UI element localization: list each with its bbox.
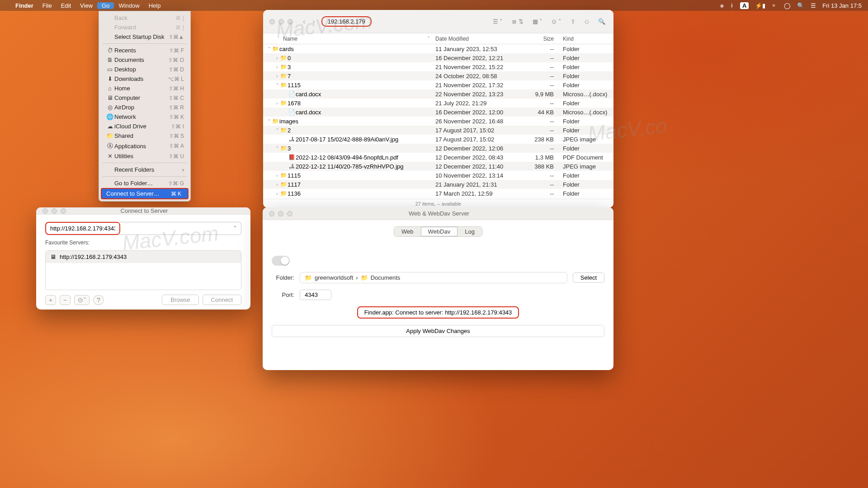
- table-row[interactable]: 🏞2022-12-12 11/40/20-785-vzRhHVPO.jpg12 …: [263, 162, 613, 171]
- column-headers[interactable]: Name˄ Date Modified Size Kind: [263, 33, 613, 44]
- view-list-icon[interactable]: ☰ ˅: [493, 18, 503, 25]
- menu-file[interactable]: File: [38, 2, 57, 9]
- zoom-button[interactable]: [287, 211, 292, 216]
- browse-button[interactable]: Browse: [162, 295, 198, 305]
- menu-extra-icon[interactable]: ⎈: [720, 2, 724, 9]
- search-icon[interactable]: 🔍: [598, 18, 605, 25]
- table-row[interactable]: ˅📁111521 November 2022, 17:32--Folder: [263, 80, 613, 89]
- server-address-input[interactable]: [47, 223, 119, 234]
- share-icon[interactable]: ⇧: [571, 18, 576, 25]
- spotlight-icon[interactable]: 🔍: [797, 2, 804, 9]
- app-name[interactable]: Finder: [11, 2, 38, 9]
- col-name[interactable]: Name: [283, 36, 297, 42]
- table-row[interactable]: 📄card.docx16 December 2022, 12:0044 KBMi…: [263, 108, 613, 117]
- help-button[interactable]: ?: [93, 295, 104, 305]
- col-size[interactable]: Size: [517, 36, 559, 42]
- table-row[interactable]: ›📁167821 July 2022, 21:29--Folder: [263, 99, 613, 108]
- place-icon: ◎: [105, 104, 114, 111]
- view-group-icon[interactable]: ≣ ⇅: [512, 18, 524, 25]
- enable-toggle[interactable]: [272, 256, 290, 266]
- connect-button[interactable]: Connect: [203, 295, 241, 305]
- menu-startup-disk[interactable]: Select Startup Disk⇧⌘▲: [99, 32, 190, 42]
- action-dropdown[interactable]: ⊙˅: [74, 295, 90, 305]
- table-row[interactable]: ›📁113617 March 2021, 12:59--Folder: [263, 189, 613, 198]
- menu-computer[interactable]: 🖥Computer⇧⌘ C: [99, 93, 190, 103]
- menu-documents[interactable]: 🗎Documents⇧⌘ O: [99, 55, 190, 65]
- tab-log[interactable]: Log: [458, 227, 482, 236]
- tab-web[interactable]: Web: [394, 227, 421, 236]
- menu-go[interactable]: Go: [97, 2, 114, 9]
- table-row[interactable]: 📕2022-12-12 08/43/09-494-5nopfdLn.pdf12 …: [263, 153, 613, 162]
- apply-button[interactable]: Apply WebDav Changes: [272, 325, 604, 337]
- close-button[interactable]: [42, 208, 48, 214]
- menu-recent-folders[interactable]: Recent Folders›: [99, 165, 190, 174]
- menu-airdrop[interactable]: ◎AirDrop⇧⌘ R: [99, 103, 190, 112]
- zoom-button[interactable]: [61, 208, 66, 214]
- bluetooth-icon[interactable]: ᚼ: [730, 2, 734, 9]
- menu-edit[interactable]: Edit: [57, 2, 75, 9]
- table-row[interactable]: ˅📁312 December 2022, 12:06--Folder: [263, 144, 613, 153]
- menu-back: Back⌘ [: [99, 13, 190, 23]
- minimize-button[interactable]: [52, 208, 57, 214]
- table-row[interactable]: ˅📁images26 November 2022, 16:48--Folder: [263, 117, 613, 126]
- table-row[interactable]: ›📁724 October 2022, 08:58--Folder: [263, 71, 613, 80]
- menu-network[interactable]: 🌐Network⇧⌘ K: [99, 112, 190, 122]
- close-button[interactable]: [269, 19, 275, 24]
- input-source-badge[interactable]: A: [740, 2, 749, 9]
- menubar: Finder File Edit View Go Window Help ⎈ ᚼ…: [0, 0, 868, 11]
- menu-applications[interactable]: ⒶApplications⇧⌘ A: [99, 141, 190, 151]
- nav-forward-icon[interactable]: ›: [312, 18, 315, 26]
- select-folder-button[interactable]: Select: [573, 272, 604, 283]
- control-center-icon[interactable]: ☰: [811, 2, 816, 9]
- table-row[interactable]: 📄card.docx22 November 2022, 13:239,9 MBM…: [263, 89, 613, 99]
- clock[interactable]: Fri 13 Jan 17:5: [822, 2, 862, 9]
- wifi-icon[interactable]: ᯤ: [772, 2, 778, 9]
- add-button[interactable]: +: [45, 295, 56, 305]
- menu-downloads[interactable]: ⬇Downloads⌥⌘ L: [99, 74, 190, 84]
- finder-window: ‹ › 192.168.2.179 ☰ ˅ ≣ ⇅ ▦ ˅ ⊙ ˅ ⇧ ◇ 🔍 …: [263, 10, 613, 208]
- menu-window[interactable]: Window: [114, 2, 144, 9]
- list-item[interactable]: 🖥 http://192.168.2.179:4343: [46, 251, 241, 263]
- menu-utilities[interactable]: ✕Utilities⇧⌘ U: [99, 151, 190, 161]
- table-row[interactable]: ˅📁217 August 2017, 15:02--Folder: [263, 126, 613, 135]
- place-icon: 🖥: [105, 94, 114, 101]
- history-dropdown[interactable]: ˅: [230, 222, 241, 235]
- close-button[interactable]: [269, 211, 274, 216]
- table-row[interactable]: ›📁016 December 2022, 12:21--Folder: [263, 53, 613, 62]
- view-icons-icon[interactable]: ▦ ˅: [533, 18, 543, 25]
- favourite-servers-list[interactable]: 🖥 http://192.168.2.179:4343: [45, 250, 241, 290]
- col-kind[interactable]: Kind: [559, 36, 613, 42]
- menu-help[interactable]: Help: [144, 2, 165, 9]
- separator: [103, 176, 187, 177]
- tab-webdav[interactable]: WebDav: [421, 227, 458, 236]
- place-icon: ⏱: [105, 47, 114, 54]
- menu-shared[interactable]: 📁Shared⇧⌘ S: [99, 131, 190, 141]
- table-row[interactable]: ›📁111510 November 2022, 13:14--Folder: [263, 171, 613, 180]
- menu-icloud-drive[interactable]: ☁iCloud Drive⇧⌘ I: [99, 122, 190, 131]
- col-date[interactable]: Date Modified: [435, 36, 517, 42]
- menu-recents[interactable]: ⏱Recents⇧⌘ F: [99, 46, 190, 55]
- menu-view[interactable]: View: [75, 2, 97, 9]
- table-row[interactable]: ˅📁cards11 January 2023, 12:53--Folder: [263, 44, 613, 53]
- table-row[interactable]: ›📁111721 January 2021, 21:31--Folder: [263, 180, 613, 189]
- folder-path: 📁 greenworldsoft › 📁 Documents: [300, 272, 567, 283]
- nav-back-icon[interactable]: ‹: [303, 18, 305, 26]
- zoom-button[interactable]: [288, 19, 293, 24]
- remove-button[interactable]: −: [60, 295, 71, 305]
- minimize-button[interactable]: [278, 211, 283, 216]
- port-input[interactable]: [300, 290, 331, 300]
- battery-icon[interactable]: ⚡▮: [755, 2, 765, 9]
- user-icon[interactable]: ◯: [784, 2, 791, 9]
- folder-icon: 📁: [305, 274, 312, 281]
- tag-icon[interactable]: ◇: [585, 18, 589, 25]
- tab-segmented-control[interactable]: Web WebDav Log: [394, 226, 482, 237]
- menu-home[interactable]: ⌂Home⇧⌘ H: [99, 84, 190, 93]
- menu-go-to-folder[interactable]: Go to Folder…⇧⌘ G: [99, 178, 190, 188]
- menu-desktop[interactable]: ▭Desktop⇧⌘ D: [99, 65, 190, 74]
- action-icon[interactable]: ⊙ ˅: [552, 18, 561, 25]
- file-list[interactable]: ˅📁cards11 January 2023, 12:53--Folder›📁0…: [263, 44, 613, 199]
- table-row[interactable]: ›📁321 November 2022, 15:22--Folder: [263, 62, 613, 71]
- minimize-button[interactable]: [278, 19, 284, 24]
- menu-connect-to-server[interactable]: Connect to Server…⌘ K: [101, 188, 189, 199]
- table-row[interactable]: 🏞2017-08-17 15/02/42-888-89Ai0anV.jpg17 …: [263, 135, 613, 144]
